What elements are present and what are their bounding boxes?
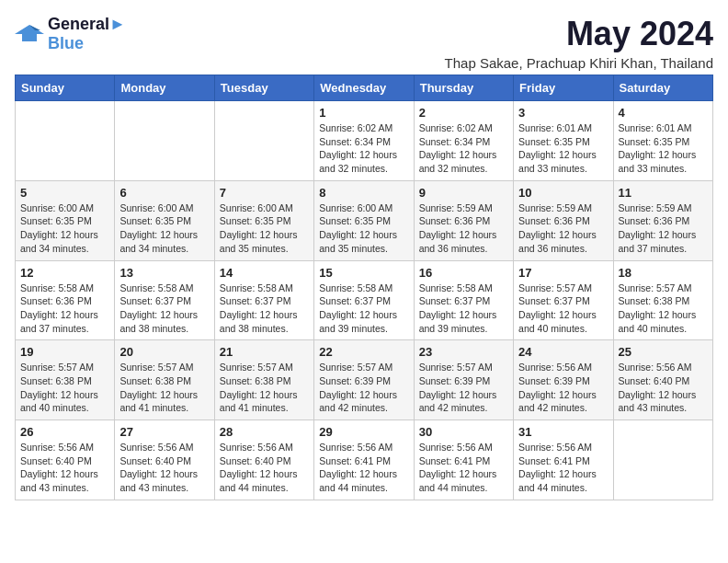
day-number: 14 [220,266,309,280]
day-number: 13 [119,266,209,280]
day-number: 5 [20,186,109,200]
day-info: Sunrise: 5:56 AMSunset: 6:40 PMDaylight:… [119,441,209,495]
day-number: 17 [518,266,608,280]
calendar-cell: 1Sunrise: 6:02 AMSunset: 6:34 PMDaylight… [314,101,414,181]
calendar-week-3: 12Sunrise: 5:58 AMSunset: 6:36 PMDayligh… [16,260,713,340]
day-info: Sunrise: 6:01 AMSunset: 6:35 PMDaylight:… [518,121,608,176]
day-info: Sunrise: 5:58 AMSunset: 6:36 PMDaylight:… [20,282,109,336]
day-number: 25 [619,345,708,359]
day-info: Sunrise: 5:56 AMSunset: 6:41 PMDaylight:… [319,441,408,495]
calendar-cell: 7Sunrise: 6:00 AMSunset: 6:35 PMDaylight… [214,180,313,260]
calendar-week-4: 19Sunrise: 5:57 AMSunset: 6:38 PMDayligh… [16,340,713,420]
day-info: Sunrise: 5:58 AMSunset: 6:37 PMDaylight:… [319,282,408,336]
day-info: Sunrise: 5:57 AMSunset: 6:38 PMDaylight:… [119,361,209,415]
calendar-cell: 23Sunrise: 5:57 AMSunset: 6:39 PMDayligh… [414,340,513,420]
calendar-cell: 9Sunrise: 5:59 AMSunset: 6:36 PMDaylight… [414,180,513,260]
day-number: 31 [518,425,608,439]
weekday-header-friday: Friday [514,75,613,101]
weekday-header-sunday: Sunday [16,75,115,101]
calendar-cell: 13Sunrise: 5:58 AMSunset: 6:37 PMDayligh… [115,260,214,340]
calendar-cell [214,101,313,181]
day-number: 20 [119,345,209,359]
day-number: 24 [518,345,608,359]
day-info: Sunrise: 6:00 AMSunset: 6:35 PMDaylight:… [220,201,309,256]
day-number: 10 [518,186,608,200]
day-info: Sunrise: 5:58 AMSunset: 6:37 PMDaylight:… [419,282,508,336]
weekday-header-thursday: Thursday [414,75,513,101]
calendar-cell: 14Sunrise: 5:58 AMSunset: 6:37 PMDayligh… [214,260,313,340]
calendar-cell: 31Sunrise: 5:56 AMSunset: 6:41 PMDayligh… [514,420,613,500]
day-number: 7 [220,186,309,200]
day-number: 21 [220,345,309,359]
calendar-cell [613,420,712,500]
calendar-cell: 3Sunrise: 6:01 AMSunset: 6:35 PMDaylight… [514,101,613,181]
day-number: 29 [319,425,408,439]
day-info: Sunrise: 5:57 AMSunset: 6:38 PMDaylight:… [220,361,309,415]
calendar-cell [115,101,214,181]
day-info: Sunrise: 6:02 AMSunset: 6:34 PMDaylight:… [319,121,408,176]
day-info: Sunrise: 5:57 AMSunset: 6:39 PMDaylight:… [319,361,408,415]
calendar-cell: 16Sunrise: 5:58 AMSunset: 6:37 PMDayligh… [414,260,513,340]
day-number: 27 [119,425,209,439]
location-title: Thap Sakae, Prachuap Khiri Khan, Thailan… [445,55,713,71]
calendar-cell: 26Sunrise: 5:56 AMSunset: 6:40 PMDayligh… [16,420,115,500]
calendar-cell: 29Sunrise: 5:56 AMSunset: 6:41 PMDayligh… [314,420,414,500]
day-number: 23 [419,345,508,359]
day-number: 6 [119,186,209,200]
calendar-cell: 27Sunrise: 5:56 AMSunset: 6:40 PMDayligh… [115,420,214,500]
day-info: Sunrise: 5:56 AMSunset: 6:40 PMDaylight:… [619,361,708,415]
day-info: Sunrise: 5:57 AMSunset: 6:37 PMDaylight:… [518,282,608,336]
day-number: 15 [319,266,408,280]
day-info: Sunrise: 5:57 AMSunset: 6:39 PMDaylight:… [419,361,508,415]
logo: General► Blue [15,15,126,53]
page-header: General► Blue May 2024 Thap Sakae, Prach… [15,15,713,71]
calendar-cell: 5Sunrise: 6:00 AMSunset: 6:35 PMDaylight… [16,180,115,260]
calendar-cell: 22Sunrise: 5:57 AMSunset: 6:39 PMDayligh… [314,340,414,420]
day-info: Sunrise: 5:56 AMSunset: 6:40 PMDaylight:… [20,441,109,495]
day-info: Sunrise: 5:59 AMSunset: 6:36 PMDaylight:… [419,201,508,256]
weekday-header-tuesday: Tuesday [214,75,313,101]
weekday-header-wednesday: Wednesday [314,75,414,101]
month-title: May 2024 [445,15,713,53]
calendar-cell: 18Sunrise: 5:57 AMSunset: 6:38 PMDayligh… [613,260,712,340]
calendar-week-2: 5Sunrise: 6:00 AMSunset: 6:35 PMDaylight… [16,180,713,260]
calendar-cell: 2Sunrise: 6:02 AMSunset: 6:34 PMDaylight… [414,101,513,181]
calendar-cell: 4Sunrise: 6:01 AMSunset: 6:35 PMDaylight… [613,101,712,181]
day-number: 22 [319,345,408,359]
calendar-week-1: 1Sunrise: 6:02 AMSunset: 6:34 PMDaylight… [16,101,713,181]
day-info: Sunrise: 5:56 AMSunset: 6:40 PMDaylight:… [220,441,309,495]
day-number: 16 [419,266,508,280]
logo-icon [15,21,44,47]
weekday-header-saturday: Saturday [613,75,712,101]
day-info: Sunrise: 5:58 AMSunset: 6:37 PMDaylight:… [220,282,309,336]
calendar-week-5: 26Sunrise: 5:56 AMSunset: 6:40 PMDayligh… [16,420,713,500]
calendar: SundayMondayTuesdayWednesdayThursdayFrid… [15,75,713,500]
logo-text: General► Blue [48,15,126,53]
calendar-cell: 28Sunrise: 5:56 AMSunset: 6:40 PMDayligh… [214,420,313,500]
calendar-cell: 10Sunrise: 5:59 AMSunset: 6:36 PMDayligh… [514,180,613,260]
calendar-cell: 15Sunrise: 5:58 AMSunset: 6:37 PMDayligh… [314,260,414,340]
day-info: Sunrise: 5:58 AMSunset: 6:37 PMDaylight:… [119,282,209,336]
calendar-cell: 19Sunrise: 5:57 AMSunset: 6:38 PMDayligh… [16,340,115,420]
day-info: Sunrise: 5:56 AMSunset: 6:41 PMDaylight:… [419,441,508,495]
day-number: 28 [220,425,309,439]
day-number: 18 [619,266,708,280]
calendar-cell: 24Sunrise: 5:56 AMSunset: 6:39 PMDayligh… [514,340,613,420]
weekday-header-monday: Monday [115,75,214,101]
calendar-cell: 25Sunrise: 5:56 AMSunset: 6:40 PMDayligh… [613,340,712,420]
day-number: 8 [319,186,408,200]
calendar-cell: 17Sunrise: 5:57 AMSunset: 6:37 PMDayligh… [514,260,613,340]
calendar-cell: 12Sunrise: 5:58 AMSunset: 6:36 PMDayligh… [16,260,115,340]
calendar-cell: 6Sunrise: 6:00 AMSunset: 6:35 PMDaylight… [115,180,214,260]
day-info: Sunrise: 6:00 AMSunset: 6:35 PMDaylight:… [20,201,109,256]
day-number: 11 [619,186,708,200]
calendar-cell: 30Sunrise: 5:56 AMSunset: 6:41 PMDayligh… [414,420,513,500]
day-number: 19 [20,345,109,359]
calendar-cell: 8Sunrise: 6:00 AMSunset: 6:35 PMDaylight… [314,180,414,260]
day-number: 26 [20,425,109,439]
day-info: Sunrise: 6:01 AMSunset: 6:35 PMDaylight:… [619,121,708,176]
weekday-header-row: SundayMondayTuesdayWednesdayThursdayFrid… [16,75,713,101]
calendar-cell: 21Sunrise: 5:57 AMSunset: 6:38 PMDayligh… [214,340,313,420]
day-number: 12 [20,266,109,280]
day-number: 3 [518,106,608,120]
